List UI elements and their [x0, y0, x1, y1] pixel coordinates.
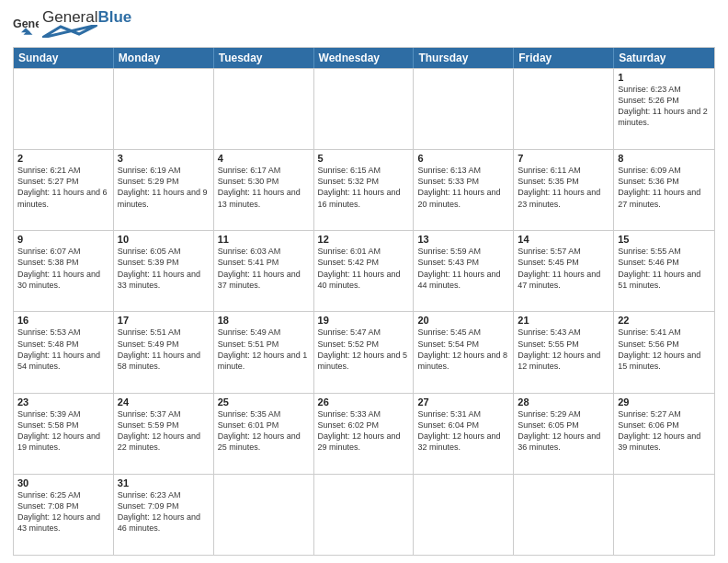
- day-number: 30: [17, 477, 109, 488]
- logo: General GeneralBlue: [13, 9, 131, 41]
- day-number: 17: [118, 315, 210, 326]
- day-number: 21: [518, 315, 609, 326]
- calendar-day-empty: [514, 69, 614, 149]
- day-number: 9: [17, 234, 109, 245]
- generalblue-logo-icon: General: [13, 13, 39, 39]
- day-info: Sunrise: 6:23 AM Sunset: 7:09 PM Dayligh…: [118, 489, 210, 534]
- day-number: 12: [318, 234, 410, 245]
- logo-general: General: [42, 8, 97, 26]
- calendar-day-empty: [14, 69, 114, 149]
- calendar-day-8: 8Sunrise: 6:09 AM Sunset: 5:36 PM Daylig…: [614, 150, 714, 230]
- calendar: SundayMondayTuesdayWednesdayThursdayFrid…: [13, 47, 715, 556]
- day-number: 22: [618, 315, 711, 326]
- day-number: 13: [417, 234, 509, 245]
- day-info: Sunrise: 5:51 AM Sunset: 5:49 PM Dayligh…: [118, 327, 210, 372]
- calendar-day-15: 15Sunrise: 5:55 AM Sunset: 5:46 PM Dayli…: [614, 231, 714, 311]
- calendar-day-empty: [314, 69, 415, 149]
- logo-blue: Blue: [97, 8, 131, 26]
- day-info: Sunrise: 5:29 AM Sunset: 6:05 PM Dayligh…: [518, 408, 609, 454]
- day-info: Sunrise: 6:23 AM Sunset: 5:26 PM Dayligh…: [618, 84, 711, 129]
- day-info: Sunrise: 6:07 AM Sunset: 5:38 PM Dayligh…: [17, 246, 109, 291]
- weekday-header-friday: Friday: [514, 48, 614, 68]
- day-number: 10: [118, 234, 210, 245]
- calendar-day-empty: [214, 475, 314, 555]
- calendar-day-5: 5Sunrise: 6:15 AM Sunset: 5:32 PM Daylig…: [314, 150, 415, 230]
- calendar-day-31: 31Sunrise: 6:23 AM Sunset: 7:09 PM Dayli…: [114, 475, 214, 555]
- day-number: 15: [618, 234, 711, 245]
- calendar-day-24: 24Sunrise: 5:37 AM Sunset: 5:59 PM Dayli…: [114, 394, 214, 474]
- day-info: Sunrise: 5:35 AM Sunset: 6:01 PM Dayligh…: [218, 408, 310, 454]
- day-info: Sunrise: 5:55 AM Sunset: 5:46 PM Dayligh…: [618, 246, 711, 291]
- day-info: Sunrise: 5:45 AM Sunset: 5:54 PM Dayligh…: [417, 327, 509, 372]
- day-info: Sunrise: 6:19 AM Sunset: 5:29 PM Dayligh…: [118, 165, 210, 210]
- calendar-day-10: 10Sunrise: 6:05 AM Sunset: 5:39 PM Dayli…: [114, 231, 214, 311]
- day-info: Sunrise: 6:13 AM Sunset: 5:33 PM Dayligh…: [417, 165, 509, 210]
- calendar-day-11: 11Sunrise: 6:03 AM Sunset: 5:41 PM Dayli…: [214, 231, 314, 311]
- calendar-day-19: 19Sunrise: 5:47 AM Sunset: 5:52 PM Dayli…: [314, 312, 415, 392]
- calendar-day-18: 18Sunrise: 5:49 AM Sunset: 5:51 PM Dayli…: [214, 312, 314, 392]
- calendar-header: SundayMondayTuesdayWednesdayThursdayFrid…: [14, 48, 714, 68]
- calendar-day-20: 20Sunrise: 5:45 AM Sunset: 5:54 PM Dayli…: [414, 312, 514, 392]
- calendar-day-13: 13Sunrise: 5:59 AM Sunset: 5:43 PM Dayli…: [414, 231, 514, 311]
- day-number: 6: [417, 153, 509, 164]
- calendar-day-17: 17Sunrise: 5:51 AM Sunset: 5:49 PM Dayli…: [114, 312, 214, 392]
- day-number: 27: [417, 396, 509, 408]
- calendar-day-14: 14Sunrise: 5:57 AM Sunset: 5:45 PM Dayli…: [514, 231, 614, 311]
- weekday-header-sunday: Sunday: [14, 48, 114, 68]
- calendar-day-empty: [214, 69, 314, 149]
- calendar-day-empty: [614, 475, 714, 555]
- day-info: Sunrise: 5:47 AM Sunset: 5:52 PM Dayligh…: [318, 327, 410, 372]
- day-number: 25: [218, 396, 310, 408]
- calendar-day-30: 30Sunrise: 6:25 AM Sunset: 7:08 PM Dayli…: [14, 475, 114, 555]
- weekday-header-monday: Monday: [114, 48, 214, 68]
- day-info: Sunrise: 6:03 AM Sunset: 5:41 PM Dayligh…: [218, 246, 310, 291]
- day-info: Sunrise: 5:59 AM Sunset: 5:43 PM Dayligh…: [417, 246, 509, 291]
- day-number: 5: [318, 153, 410, 164]
- day-number: 8: [618, 153, 711, 164]
- calendar-row-5: 23Sunrise: 5:39 AM Sunset: 5:58 PM Dayli…: [14, 393, 714, 474]
- calendar-day-25: 25Sunrise: 5:35 AM Sunset: 6:01 PM Dayli…: [214, 394, 314, 474]
- logo-accent: [42, 25, 97, 38]
- calendar-day-4: 4Sunrise: 6:17 AM Sunset: 5:30 PM Daylig…: [214, 150, 314, 230]
- calendar-row-1: 1Sunrise: 6:23 AM Sunset: 5:26 PM Daylig…: [14, 68, 714, 149]
- day-info: Sunrise: 6:25 AM Sunset: 7:08 PM Dayligh…: [17, 489, 109, 534]
- day-number: 1: [618, 72, 711, 83]
- day-number: 28: [518, 396, 609, 408]
- calendar-day-28: 28Sunrise: 5:29 AM Sunset: 6:05 PM Dayli…: [514, 394, 614, 474]
- day-info: Sunrise: 6:05 AM Sunset: 5:39 PM Dayligh…: [118, 246, 210, 291]
- day-number: 2: [17, 153, 109, 164]
- weekday-header-wednesday: Wednesday: [314, 48, 415, 68]
- day-info: Sunrise: 5:27 AM Sunset: 6:06 PM Dayligh…: [618, 408, 711, 454]
- header: General GeneralBlue: [13, 9, 715, 41]
- page: General GeneralBlue SundayMondayTuesdayW…: [0, 0, 728, 563]
- calendar-day-empty: [314, 475, 415, 555]
- day-number: 3: [118, 153, 210, 164]
- calendar-row-3: 9Sunrise: 6:07 AM Sunset: 5:38 PM Daylig…: [14, 230, 714, 311]
- day-number: 24: [118, 396, 210, 408]
- day-info: Sunrise: 5:43 AM Sunset: 5:55 PM Dayligh…: [518, 327, 609, 372]
- day-info: Sunrise: 5:41 AM Sunset: 5:56 PM Dayligh…: [618, 327, 711, 372]
- weekday-header-tuesday: Tuesday: [214, 48, 314, 68]
- day-info: Sunrise: 6:11 AM Sunset: 5:35 PM Dayligh…: [518, 165, 609, 210]
- day-info: Sunrise: 5:57 AM Sunset: 5:45 PM Dayligh…: [518, 246, 609, 291]
- calendar-row-6: 30Sunrise: 6:25 AM Sunset: 7:08 PM Dayli…: [14, 474, 714, 555]
- calendar-day-6: 6Sunrise: 6:13 AM Sunset: 5:33 PM Daylig…: [414, 150, 514, 230]
- calendar-day-29: 29Sunrise: 5:27 AM Sunset: 6:06 PM Dayli…: [614, 394, 714, 474]
- day-number: 26: [318, 396, 410, 408]
- day-number: 14: [518, 234, 609, 245]
- calendar-row-4: 16Sunrise: 5:53 AM Sunset: 5:48 PM Dayli…: [14, 311, 714, 392]
- calendar-day-26: 26Sunrise: 5:33 AM Sunset: 6:02 PM Dayli…: [314, 394, 415, 474]
- day-info: Sunrise: 5:37 AM Sunset: 5:59 PM Dayligh…: [118, 408, 210, 454]
- day-number: 11: [218, 234, 310, 245]
- day-number: 18: [218, 315, 310, 326]
- calendar-day-empty: [514, 475, 614, 555]
- day-number: 29: [618, 396, 711, 408]
- day-number: 20: [417, 315, 509, 326]
- calendar-day-empty: [414, 69, 514, 149]
- calendar-day-21: 21Sunrise: 5:43 AM Sunset: 5:55 PM Dayli…: [514, 312, 614, 392]
- day-info: Sunrise: 6:21 AM Sunset: 5:27 PM Dayligh…: [17, 165, 109, 210]
- day-number: 19: [318, 315, 410, 326]
- calendar-day-23: 23Sunrise: 5:39 AM Sunset: 5:58 PM Dayli…: [14, 394, 114, 474]
- calendar-day-3: 3Sunrise: 6:19 AM Sunset: 5:29 PM Daylig…: [114, 150, 214, 230]
- calendar-day-2: 2Sunrise: 6:21 AM Sunset: 5:27 PM Daylig…: [14, 150, 114, 230]
